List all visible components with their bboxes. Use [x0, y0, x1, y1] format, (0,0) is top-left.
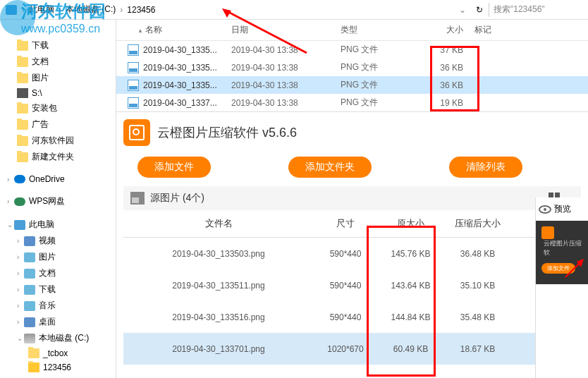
- app-section: 云橙图片压缩软件 v5.6.6 添加文件 添加文件夹 清除列表 源图片 (4个)…: [116, 112, 588, 378]
- file-row[interactable]: 2019-04-30_1335... 2019-04-30 13:38 PNG …: [116, 41, 588, 59]
- col-header-date[interactable]: 日期: [226, 23, 335, 37]
- th-filename[interactable]: 文件名: [123, 210, 314, 238]
- preview-mini-button[interactable]: 添加文件: [541, 263, 575, 274]
- app-icon: [123, 119, 150, 146]
- sidebar-item-123456[interactable]: 123456: [0, 360, 116, 374]
- table-row[interactable]: 2019-04-30_133503.png 590*440 145.76 KB …: [123, 238, 581, 270]
- preview-body: 云橙图片压缩软 添加文件: [536, 221, 588, 284]
- sidebar-item-documents[interactable]: 文档: [0, 54, 116, 70]
- sidebar-item-pictures[interactable]: 图片: [0, 70, 116, 86]
- th-dimensions[interactable]: 尺寸: [314, 210, 377, 238]
- sidebar-item-onedrive[interactable]: ›OneDrive: [0, 172, 116, 186]
- preview-panel: 预览 云橙图片压缩软 添加文件: [535, 197, 588, 378]
- explorer-header: › 此电脑 › 本地磁盘 (C:) › 123456 ⌄ ↻ 搜索"123456…: [0, 0, 588, 20]
- sidebar-item-wps[interactable]: ›WPS网盘: [0, 193, 116, 209]
- eye-icon: [539, 205, 551, 214]
- col-header-type[interactable]: 类型: [335, 23, 419, 37]
- app-table: 文件名 尺寸 原大小 压缩后大小 操作 2019-04-30_133503.pn…: [123, 210, 581, 365]
- sidebar-item-s[interactable]: S:\: [0, 86, 116, 100]
- table-row[interactable]: 2019-04-30_133516.png 590*440 144.84 KB …: [123, 301, 581, 333]
- png-file-icon: [128, 80, 139, 91]
- table-row[interactable]: 2019-04-30_133701.png 1020*670 60.49 KB …: [123, 333, 581, 365]
- source-title: 源图片 (4个): [150, 192, 549, 205]
- col-header-name[interactable]: ▲ 名称: [116, 23, 226, 37]
- preview-mini-icon: [541, 226, 554, 239]
- sidebar-item-hedong[interactable]: 河东软件园: [0, 133, 116, 149]
- app-title: 云橙图片压缩软件 v5.6.6: [157, 124, 297, 141]
- sidebar-item-ads[interactable]: 广告: [0, 116, 116, 133]
- sidebar-item-tcbox[interactable]: _tcbox: [0, 346, 116, 360]
- table-row[interactable]: 2019-04-30_133511.png 590*440 143.64 KB …: [123, 269, 581, 301]
- sidebar-item-pic[interactable]: ›图片: [0, 249, 116, 265]
- png-file-icon: [128, 44, 139, 56]
- sidebar-item-video[interactable]: ›视频: [0, 233, 116, 249]
- add-folder-button[interactable]: 添加文件夹: [288, 157, 372, 178]
- computer-icon: [6, 5, 17, 15]
- file-list-header: ▲ 名称 日期 类型 大小 标记: [116, 20, 588, 41]
- preview-label: 预览: [554, 203, 571, 215]
- file-list: ▲ 名称 日期 类型 大小 标记 2019-04-30_1335... 2019…: [116, 20, 588, 112]
- breadcrumb[interactable]: › 此电脑 › 本地磁盘 (C:) › 123456: [0, 4, 455, 16]
- search-input[interactable]: 搜索"123456": [489, 2, 588, 17]
- sidebar-item-dl[interactable]: ›下载: [0, 281, 116, 298]
- image-icon: [130, 192, 145, 205]
- sidebar-item-diskc[interactable]: ⌄本地磁盘 (C:): [0, 330, 116, 346]
- breadcrumb-item[interactable]: 此电脑: [26, 4, 57, 16]
- sidebar-item-downloads[interactable]: 下载: [0, 37, 116, 54]
- breadcrumb-item[interactable]: 123456: [124, 5, 158, 15]
- png-file-icon: [128, 62, 139, 73]
- png-file-icon: [128, 97, 139, 109]
- sidebar-item-install[interactable]: 安装包: [0, 100, 116, 116]
- refresh-icon[interactable]: ↻: [470, 5, 489, 15]
- sidebar-item-thispc[interactable]: ⌄此电脑: [0, 217, 116, 233]
- file-row[interactable]: 2019-04-30_1335... 2019-04-30 13:38 PNG …: [116, 76, 588, 94]
- clear-list-button[interactable]: 清除列表: [449, 157, 522, 178]
- dropdown-icon[interactable]: ⌄: [455, 5, 470, 15]
- sidebar: 下载 文档 图片 S:\ 安装包 广告 河东软件园 新建文件夹 ›OneDriv…: [0, 20, 116, 378]
- sidebar-item-newfolder[interactable]: 新建文件夹: [0, 149, 116, 165]
- th-origsize[interactable]: 原大小: [377, 210, 444, 238]
- sidebar-item-music[interactable]: ›音乐: [0, 298, 116, 314]
- add-file-button[interactable]: 添加文件: [137, 157, 211, 178]
- col-header-size[interactable]: 大小: [419, 23, 469, 37]
- breadcrumb-item[interactable]: 本地磁盘 (C:): [63, 4, 118, 16]
- col-header-tag[interactable]: 标记: [469, 23, 511, 37]
- th-compsize[interactable]: 压缩后大小: [444, 210, 511, 238]
- file-row[interactable]: 2019-04-30_1335... 2019-04-30 13:38 PNG …: [116, 59, 588, 76]
- sidebar-item-desk[interactable]: ›桌面: [0, 314, 116, 330]
- sidebar-item-doc[interactable]: ›文档: [0, 265, 116, 281]
- file-row[interactable]: 2019-04-30_1337... 2019-04-30 13:38 PNG …: [116, 94, 588, 111]
